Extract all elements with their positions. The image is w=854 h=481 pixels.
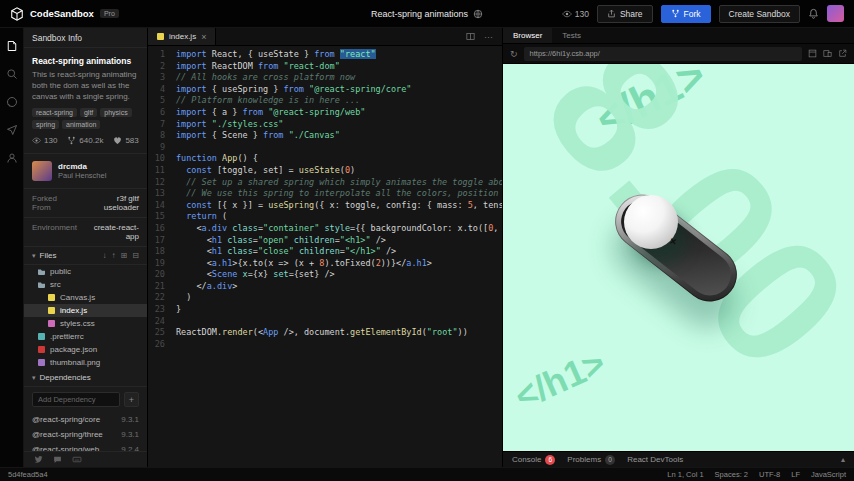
toggle-switch-3d[interactable]: × (598, 179, 778, 349)
responsive-icon[interactable] (823, 49, 832, 58)
tab-browser[interactable]: Browser (503, 28, 552, 43)
code-line[interactable]: 18 <h1 class="close" children="</h1>" /> (148, 246, 502, 258)
open-window-icon[interactable] (808, 49, 817, 58)
code-text: // Set up a shared spring which simply a… (176, 177, 502, 189)
new-file-icon[interactable]: ⊞ (121, 251, 128, 260)
upload-icon[interactable]: ↑ (112, 251, 116, 260)
code-line[interactable]: 7import "./styles.css" (148, 119, 502, 131)
chevron-up-icon[interactable]: ▴ (841, 455, 845, 464)
line-number: 16 (148, 223, 176, 235)
split-view-icon[interactable] (466, 32, 475, 41)
external-link-icon[interactable] (838, 49, 847, 58)
forked-from-value[interactable]: r3f gltf useloader (81, 194, 139, 212)
file-item-styles.css[interactable]: styles.css (24, 317, 147, 330)
bell-icon[interactable] (808, 8, 819, 19)
rail-explorer-icon[interactable] (6, 40, 18, 52)
code-line[interactable]: 9 (148, 142, 502, 154)
code-line[interactable]: 11 const [toggle, set] = useState(0) (148, 165, 502, 177)
code-line[interactable]: 14 const [{ x }] = useSpring({ x: toggle… (148, 200, 502, 212)
code-line[interactable]: 20 <Scene x={x} set={set} /> (148, 269, 502, 281)
tag[interactable]: gltf (80, 108, 97, 117)
tag[interactable]: physics (100, 108, 131, 117)
code-line[interactable]: 19 <a.h1>{x.to(x => (x + 8).toFixed(2))}… (148, 258, 502, 270)
code-line[interactable]: 4import { useSpring } from "@react-sprin… (148, 84, 502, 96)
files-section-header[interactable]: ▾ Files ↓ ↑ ⊞ ⊟ (24, 247, 147, 265)
code-line[interactable]: 13 // We use this spring to interpolate … (148, 188, 502, 200)
indentation[interactable]: Spaces: 2 (715, 470, 748, 479)
code-editor[interactable]: 1import React, { useState } from "react"… (148, 46, 502, 467)
rail-live-icon[interactable] (6, 124, 18, 136)
tag[interactable]: spring (32, 120, 59, 129)
environment-label: Environment (32, 223, 77, 241)
toggle-track[interactable] (604, 184, 748, 313)
code-line[interactable]: 3// All hooks are cross platform now (148, 72, 502, 84)
keyboard-icon[interactable] (72, 455, 82, 464)
rail-search-icon[interactable] (6, 68, 18, 80)
code-line[interactable]: 6import { a } from "@react-spring/web" (148, 107, 502, 119)
file-name: public (50, 267, 71, 276)
dependencies-section-header[interactable]: ▾ Dependencies (24, 369, 147, 387)
brand[interactable]: CodeSandbox Pro (10, 7, 119, 21)
tab-tests[interactable]: Tests (552, 28, 591, 43)
rail-github-icon[interactable] (6, 96, 18, 108)
code-line[interactable]: 1import React, { useState } from "react" (148, 49, 502, 61)
create-sandbox-button[interactable]: Create Sandbox (719, 5, 800, 23)
add-dependency-button[interactable]: + (124, 392, 139, 407)
code-line[interactable]: 12 // Set up a shared spring which simpl… (148, 177, 502, 189)
code-line[interactable]: 26 (148, 339, 502, 351)
chat-icon[interactable] (53, 455, 62, 464)
file-item-public[interactable]: public (24, 265, 147, 278)
code-line[interactable]: 22 ) (148, 292, 502, 304)
author-row[interactable]: drcmda Paul Henschel (24, 154, 147, 189)
console-tab[interactable]: Console 6 (512, 455, 555, 465)
file-item-package.json[interactable]: package.json (24, 343, 147, 356)
language-mode[interactable]: JavaScript (811, 470, 846, 479)
encoding[interactable]: UTF-8 (759, 470, 780, 479)
share-button[interactable]: Share (597, 5, 653, 23)
tab-index-js[interactable]: index.js × (148, 28, 216, 45)
code-line[interactable]: 24 (148, 316, 502, 328)
globe-icon[interactable] (473, 9, 483, 19)
file-item-thumbnail.png[interactable]: thumbnail.png (24, 356, 147, 369)
problems-tab[interactable]: Problems 0 (567, 455, 615, 465)
dependency-item[interactable]: @react-spring/web9.2.4 (24, 442, 147, 451)
code-text: import "./styles.css" (176, 119, 284, 131)
js-icon (48, 307, 55, 314)
new-folder-icon[interactable]: ⊟ (132, 251, 139, 260)
tag[interactable]: animation (62, 120, 100, 129)
environment-value[interactable]: create-react-app (81, 223, 139, 241)
code-line[interactable]: 16 <a.div class="container" style={{ bac… (148, 223, 502, 235)
line-number: 24 (148, 316, 176, 328)
user-avatar[interactable] (827, 5, 844, 22)
sandbox-info-title: React-spring animations (32, 56, 139, 66)
tag[interactable]: react-spring (32, 108, 77, 117)
url-input[interactable]: https://6hi1y.csb.app/ (524, 47, 802, 61)
add-dependency-input[interactable] (32, 392, 120, 407)
code-line[interactable]: 25ReactDOM.render(<App />, document.getE… (148, 327, 502, 339)
code-line[interactable]: 8import { Scene } from "./Canvas" (148, 130, 502, 142)
rail-profile-icon[interactable] (6, 152, 18, 164)
cursor-position[interactable]: Ln 1, Col 1 (667, 470, 703, 479)
code-line[interactable]: 23} (148, 304, 502, 316)
download-icon[interactable]: ↓ (103, 251, 107, 260)
dependency-item[interactable]: @react-spring/three9.3.1 (24, 427, 147, 442)
file-item-index.js[interactable]: index.js (24, 304, 147, 317)
code-line[interactable]: 10function App() { (148, 153, 502, 165)
fork-button[interactable]: Fork (661, 5, 711, 23)
code-line[interactable]: 2import ReactDOM from "react-dom" (148, 61, 502, 73)
file-item-Canvas.js[interactable]: Canvas.js (24, 291, 147, 304)
dependency-item[interactable]: @react-spring/core9.3.1 (24, 412, 147, 427)
code-line[interactable]: 15 return ( (148, 211, 502, 223)
close-tab-icon[interactable]: × (201, 32, 206, 42)
eol[interactable]: LF (791, 470, 800, 479)
react-devtools-tab[interactable]: React DevTools (627, 455, 683, 464)
code-line[interactable]: 17 <h1 class="open" children="<h1>" /> (148, 235, 502, 247)
code-line[interactable]: 5// Platform knowledge is in here ... (148, 95, 502, 107)
more-icon[interactable]: ··· (484, 32, 493, 42)
code-line[interactable]: 21 </a.div> (148, 281, 502, 293)
dependencies-header-label: Dependencies (40, 373, 91, 382)
twitter-icon[interactable] (34, 455, 43, 464)
file-item-.prettierrc[interactable]: .prettierrc (24, 330, 147, 343)
refresh-icon[interactable]: ↻ (510, 49, 518, 59)
file-item-src[interactable]: src (24, 278, 147, 291)
